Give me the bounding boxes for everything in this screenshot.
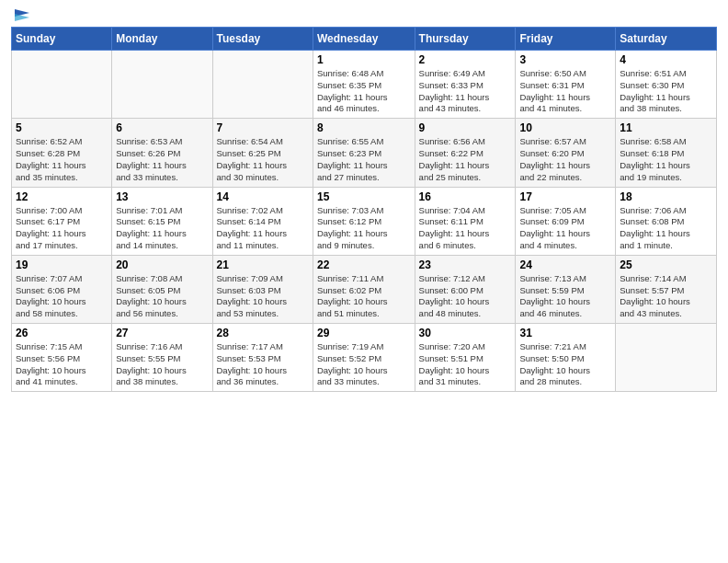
day-number: 8: [317, 121, 411, 134]
day-info: Sunrise: 7:16 AM Sunset: 5:55 PM Dayligh…: [116, 341, 208, 388]
day-info: Sunrise: 7:21 AM Sunset: 5:50 PM Dayligh…: [519, 341, 611, 388]
calendar-cell: 14Sunrise: 7:02 AM Sunset: 6:14 PM Dayli…: [212, 187, 313, 255]
day-number: 2: [419, 53, 512, 66]
day-number: 25: [620, 259, 712, 271]
calendar-cell: 9Sunrise: 6:56 AM Sunset: 6:22 PM Daylig…: [415, 119, 516, 187]
calendar-cell: 8Sunrise: 6:55 AM Sunset: 6:23 PM Daylig…: [313, 119, 415, 187]
day-number: 5: [16, 121, 108, 134]
day-number: 13: [116, 190, 208, 203]
calendar-cell: 12Sunrise: 7:00 AM Sunset: 6:17 PM Dayli…: [12, 187, 112, 255]
calendar-cell: 31Sunrise: 7:21 AM Sunset: 5:50 PM Dayli…: [516, 324, 616, 392]
day-number: 3: [519, 53, 611, 66]
day-info: Sunrise: 7:13 AM Sunset: 5:59 PM Dayligh…: [519, 273, 611, 320]
day-number: 16: [419, 190, 512, 203]
day-of-week-header: Wednesday: [313, 28, 415, 51]
calendar-cell: 11Sunrise: 6:58 AM Sunset: 6:18 PM Dayli…: [616, 119, 717, 187]
calendar-week-row: 26Sunrise: 7:15 AM Sunset: 5:56 PM Dayli…: [12, 324, 717, 392]
day-number: 30: [419, 327, 512, 339]
calendar-cell: [112, 51, 212, 119]
calendar-cell: 23Sunrise: 7:12 AM Sunset: 6:00 PM Dayli…: [415, 255, 516, 323]
day-number: 20: [116, 259, 208, 271]
day-of-week-header: Sunday: [12, 28, 112, 51]
day-number: 9: [419, 121, 512, 134]
calendar-cell: 24Sunrise: 7:13 AM Sunset: 5:59 PM Dayli…: [516, 255, 616, 323]
logo: [11, 9, 29, 21]
day-info: Sunrise: 6:48 AM Sunset: 6:35 PM Dayligh…: [317, 68, 411, 115]
day-info: Sunrise: 7:09 AM Sunset: 6:03 PM Dayligh…: [217, 273, 309, 320]
day-number: 12: [16, 190, 108, 203]
day-info: Sunrise: 7:05 AM Sunset: 6:09 PM Dayligh…: [519, 205, 611, 252]
day-info: Sunrise: 7:11 AM Sunset: 6:02 PM Dayligh…: [317, 273, 411, 320]
calendar-table: SundayMondayTuesdayWednesdayThursdayFrid…: [11, 27, 717, 392]
day-number: 7: [217, 121, 309, 134]
day-info: Sunrise: 7:15 AM Sunset: 5:56 PM Dayligh…: [16, 341, 108, 388]
calendar-week-row: 1Sunrise: 6:48 AM Sunset: 6:35 PM Daylig…: [12, 51, 717, 119]
day-info: Sunrise: 6:54 AM Sunset: 6:25 PM Dayligh…: [217, 136, 309, 183]
calendar-cell: [12, 51, 112, 119]
calendar-cell: [616, 324, 717, 392]
calendar-cell: 20Sunrise: 7:08 AM Sunset: 6:05 PM Dayli…: [112, 255, 212, 323]
calendar-cell: 21Sunrise: 7:09 AM Sunset: 6:03 PM Dayli…: [212, 255, 313, 323]
calendar-cell: 13Sunrise: 7:01 AM Sunset: 6:15 PM Dayli…: [112, 187, 212, 255]
day-of-week-header: Thursday: [415, 28, 516, 51]
day-info: Sunrise: 7:04 AM Sunset: 6:11 PM Dayligh…: [419, 205, 512, 252]
calendar-cell: 10Sunrise: 6:57 AM Sunset: 6:20 PM Dayli…: [516, 119, 616, 187]
calendar-cell: 28Sunrise: 7:17 AM Sunset: 5:53 PM Dayli…: [212, 324, 313, 392]
day-info: Sunrise: 7:19 AM Sunset: 5:52 PM Dayligh…: [317, 341, 411, 388]
calendar-header-row: SundayMondayTuesdayWednesdayThursdayFrid…: [12, 28, 717, 51]
day-info: Sunrise: 6:49 AM Sunset: 6:33 PM Dayligh…: [419, 68, 512, 115]
logo-flag-icon: [13, 9, 29, 24]
day-info: Sunrise: 7:03 AM Sunset: 6:12 PM Dayligh…: [317, 205, 411, 252]
day-number: 17: [519, 190, 611, 203]
calendar-cell: 6Sunrise: 6:53 AM Sunset: 6:26 PM Daylig…: [112, 119, 212, 187]
day-info: Sunrise: 6:58 AM Sunset: 6:18 PM Dayligh…: [620, 136, 712, 183]
day-of-week-header: Saturday: [616, 28, 717, 51]
day-number: 10: [519, 121, 611, 134]
day-number: 28: [217, 327, 309, 339]
calendar-cell: 26Sunrise: 7:15 AM Sunset: 5:56 PM Dayli…: [12, 324, 112, 392]
day-info: Sunrise: 6:53 AM Sunset: 6:26 PM Dayligh…: [116, 136, 208, 183]
day-number: 14: [217, 190, 309, 203]
calendar-cell: 17Sunrise: 7:05 AM Sunset: 6:09 PM Dayli…: [516, 187, 616, 255]
day-info: Sunrise: 6:55 AM Sunset: 6:23 PM Dayligh…: [317, 136, 411, 183]
day-number: 29: [317, 327, 411, 339]
day-info: Sunrise: 7:02 AM Sunset: 6:14 PM Dayligh…: [217, 205, 309, 252]
day-number: 19: [16, 259, 108, 271]
day-number: 18: [620, 190, 712, 203]
day-number: 23: [419, 259, 512, 271]
day-info: Sunrise: 7:06 AM Sunset: 6:08 PM Dayligh…: [620, 205, 712, 252]
calendar-cell: 5Sunrise: 6:52 AM Sunset: 6:28 PM Daylig…: [12, 119, 112, 187]
day-number: 11: [620, 121, 712, 134]
calendar-week-row: 5Sunrise: 6:52 AM Sunset: 6:28 PM Daylig…: [12, 119, 717, 187]
calendar-cell: 29Sunrise: 7:19 AM Sunset: 5:52 PM Dayli…: [313, 324, 415, 392]
day-info: Sunrise: 6:56 AM Sunset: 6:22 PM Dayligh…: [419, 136, 512, 183]
calendar-cell: 7Sunrise: 6:54 AM Sunset: 6:25 PM Daylig…: [212, 119, 313, 187]
day-info: Sunrise: 7:14 AM Sunset: 5:57 PM Dayligh…: [620, 273, 712, 320]
day-info: Sunrise: 7:00 AM Sunset: 6:17 PM Dayligh…: [16, 205, 108, 252]
day-info: Sunrise: 7:08 AM Sunset: 6:05 PM Dayligh…: [116, 273, 208, 320]
calendar-week-row: 19Sunrise: 7:07 AM Sunset: 6:06 PM Dayli…: [12, 255, 717, 323]
calendar-cell: 18Sunrise: 7:06 AM Sunset: 6:08 PM Dayli…: [616, 187, 717, 255]
calendar-cell: 19Sunrise: 7:07 AM Sunset: 6:06 PM Dayli…: [12, 255, 112, 323]
svg-marker-1: [15, 14, 29, 21]
header: [11, 9, 717, 21]
day-info: Sunrise: 7:12 AM Sunset: 6:00 PM Dayligh…: [419, 273, 512, 320]
calendar-cell: 3Sunrise: 6:50 AM Sunset: 6:31 PM Daylig…: [516, 51, 616, 119]
calendar-week-row: 12Sunrise: 7:00 AM Sunset: 6:17 PM Dayli…: [12, 187, 717, 255]
day-of-week-header: Tuesday: [212, 28, 313, 51]
day-number: 1: [317, 53, 411, 66]
calendar-cell: [212, 51, 313, 119]
day-info: Sunrise: 7:20 AM Sunset: 5:51 PM Dayligh…: [419, 341, 512, 388]
day-of-week-header: Friday: [516, 28, 616, 51]
page-container: SundayMondayTuesdayWednesdayThursdayFrid…: [0, 0, 728, 563]
day-number: 24: [519, 259, 611, 271]
calendar-cell: 22Sunrise: 7:11 AM Sunset: 6:02 PM Dayli…: [313, 255, 415, 323]
calendar-cell: 16Sunrise: 7:04 AM Sunset: 6:11 PM Dayli…: [415, 187, 516, 255]
day-of-week-header: Monday: [112, 28, 212, 51]
day-number: 27: [116, 327, 208, 339]
day-number: 6: [116, 121, 208, 134]
calendar-cell: 4Sunrise: 6:51 AM Sunset: 6:30 PM Daylig…: [616, 51, 717, 119]
calendar-cell: 30Sunrise: 7:20 AM Sunset: 5:51 PM Dayli…: [415, 324, 516, 392]
day-info: Sunrise: 6:51 AM Sunset: 6:30 PM Dayligh…: [620, 68, 712, 115]
calendar-cell: 1Sunrise: 6:48 AM Sunset: 6:35 PM Daylig…: [313, 51, 415, 119]
